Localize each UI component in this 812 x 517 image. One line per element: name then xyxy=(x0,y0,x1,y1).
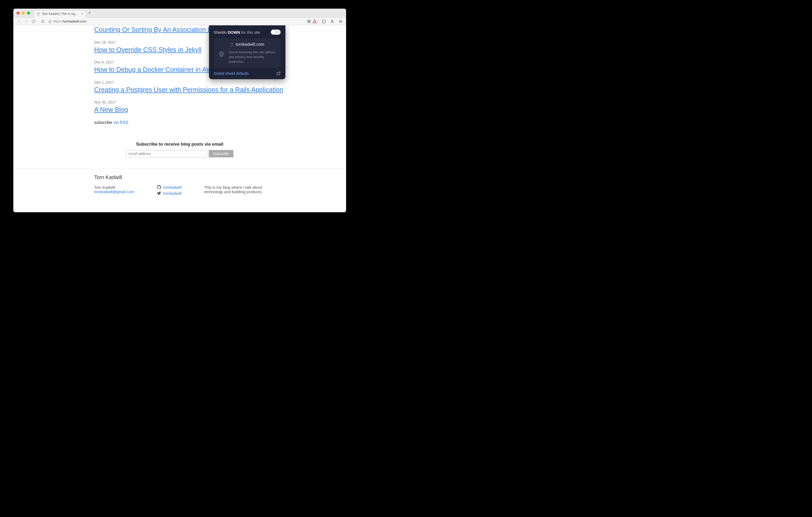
toolbar-right xyxy=(305,19,344,24)
shields-message: You're browsing this site without any pr… xyxy=(229,50,277,64)
footer-contact: Tom Kadwill tomkadwill@gmail.com xyxy=(94,185,146,197)
github-icon xyxy=(157,185,161,189)
svg-point-4 xyxy=(331,20,333,21)
maximize-window-button[interactable] xyxy=(27,11,30,14)
email-input[interactable] xyxy=(126,150,207,157)
brave-triangle-icon xyxy=(313,19,317,24)
browser-tab[interactable]: Tom Kadwill | This is my blog wh × xyxy=(34,10,86,18)
shields-site-name: tomkadwill.com xyxy=(236,42,264,47)
external-link-icon[interactable] xyxy=(277,71,281,75)
document-icon xyxy=(230,43,234,46)
global-shield-defaults-link[interactable]: Global shield defaults xyxy=(214,71,249,75)
twitter-icon xyxy=(157,191,161,195)
info-button[interactable] xyxy=(321,19,327,24)
email-subscribe-section: Subscribe to receive blog posts via emai… xyxy=(13,142,346,157)
shields-toggle[interactable] xyxy=(271,30,281,35)
twitter-link[interactable]: tomkadwill xyxy=(163,191,181,195)
window-controls xyxy=(17,11,30,14)
post-item: Nov 30, 2017 A New Blog xyxy=(94,100,346,114)
footer-heading: Tom Kadwill xyxy=(94,174,277,180)
post-title-link[interactable]: Creating a Postgres User with Permission… xyxy=(94,86,283,93)
tab-close-button[interactable]: × xyxy=(81,12,83,16)
address-bar-area: https://tomkadwill.com xyxy=(40,19,301,23)
address-bar[interactable]: https://tomkadwill.com xyxy=(49,19,301,23)
tab-favicon xyxy=(37,12,40,16)
toolbar: https://tomkadwill.com xyxy=(13,18,346,25)
shields-status-text: Shields DOWN for this site xyxy=(214,30,260,34)
subscribe-button[interactable]: Subscribe xyxy=(209,150,233,157)
footer-social: tomkadwill tomkadwill xyxy=(157,185,194,197)
forward-button[interactable] xyxy=(23,19,29,24)
page-content: Counting Or Sorting By An Association In… xyxy=(13,25,346,212)
post-date: Dec 1, 2017 xyxy=(94,80,346,84)
back-button[interactable] xyxy=(16,19,22,24)
new-tab-button[interactable]: + xyxy=(88,10,91,16)
svg-line-10 xyxy=(278,72,280,74)
lock-icon xyxy=(49,20,52,23)
github-link[interactable]: tomkadwill xyxy=(163,185,181,189)
svg-rect-0 xyxy=(49,21,51,23)
rss-link[interactable]: via RSS xyxy=(113,120,128,125)
brave-lion-icon xyxy=(307,19,311,24)
toggle-knob xyxy=(271,30,276,34)
post-title-link[interactable]: A New Blog xyxy=(94,106,128,113)
svg-point-8 xyxy=(221,53,222,54)
post-item: Dec 1, 2017 Creating a Postgres User wit… xyxy=(94,80,346,94)
url-text: https://tomkadwill.com xyxy=(53,19,87,23)
footer-name: Tom Kadwill xyxy=(94,185,146,189)
post-date: Nov 30, 2017 xyxy=(94,100,346,104)
shields-popup: Shields DOWN for this site tomkadwill.co… xyxy=(209,25,285,79)
browser-window: Tom Kadwill | This is my blog wh × + htt… xyxy=(13,9,346,212)
bookmark-button[interactable] xyxy=(40,20,45,23)
email-subscribe-heading: Subscribe to receive blog posts via emai… xyxy=(13,142,346,147)
profile-button[interactable] xyxy=(329,19,335,24)
close-window-button[interactable] xyxy=(17,11,20,14)
footer-about: This is my blog where I talk about techn… xyxy=(204,185,277,197)
footer-email-link[interactable]: tomkadwill@gmail.com xyxy=(94,189,135,194)
reload-button[interactable] xyxy=(31,19,36,24)
subscribe-label: subscribe xyxy=(94,120,113,125)
menu-button[interactable] xyxy=(338,19,344,24)
svg-rect-9 xyxy=(221,54,222,55)
shield-warning-icon xyxy=(218,50,225,58)
minimize-window-button[interactable] xyxy=(22,11,25,14)
brave-shields-button[interactable] xyxy=(305,19,318,24)
post-title-link[interactable]: How to Override CSS Styles in Jekyll xyxy=(94,46,201,53)
shields-site-card: tomkadwill.com You're browsing this site… xyxy=(214,38,281,68)
page-footer: Tom Kadwill Tom Kadwill tomkadwill@gmail… xyxy=(13,168,346,208)
tab-title: Tom Kadwill | This is my blog wh xyxy=(42,12,79,16)
titlebar: Tom Kadwill | This is my blog wh × + xyxy=(13,9,346,18)
rss-subscribe: subscribe via RSS xyxy=(94,120,346,125)
